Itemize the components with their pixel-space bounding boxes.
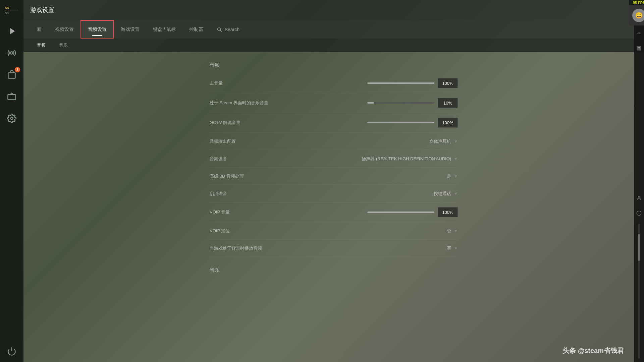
setting-audio-device: 音频设备 扬声器 (REALTEK HIGH DEFINITION AUDIO)… xyxy=(210,150,458,168)
avatar[interactable]: 😀 xyxy=(629,5,644,25)
left-sidebar: CS GO 3 xyxy=(0,0,23,362)
steam-music-control: 10% xyxy=(277,98,458,108)
setting-advanced-3d: 高级 3D 音频处理 是 ▼ xyxy=(210,168,458,185)
advanced-3d-label: 高级 3D 音频处理 xyxy=(210,173,277,179)
enable-voice-label: 启用语音 xyxy=(210,191,277,197)
advanced-3d-control: 是 ▼ xyxy=(277,173,458,179)
search-label: Search xyxy=(225,27,239,32)
master-volume-slider[interactable] xyxy=(367,82,434,84)
svg-marker-4 xyxy=(10,28,15,34)
sidebar-item-settings[interactable] xyxy=(0,107,23,129)
setting-master-volume: 主音量 100% xyxy=(210,73,458,93)
scrollbar-track[interactable] xyxy=(638,224,640,359)
master-volume-label: 主音量 xyxy=(210,80,277,86)
enable-voice-control: 按键通话 ▼ xyxy=(277,191,458,197)
tab-audio[interactable]: 音频设置 xyxy=(80,20,114,39)
watermark-text: 头条 @steam省钱君 xyxy=(562,346,624,355)
svg-point-10 xyxy=(217,27,220,31)
app-logo: CS GO xyxy=(0,0,23,20)
search-icon xyxy=(217,27,222,32)
audio-device-control: 扬声器 (REALTEK HIGH DEFINITION AUDIO) ▼ xyxy=(277,156,458,162)
voip-volume-value: 100% xyxy=(438,207,458,217)
voip-position-arrow-icon: ▼ xyxy=(454,229,458,233)
svg-text:GO: GO xyxy=(5,12,9,14)
audio-device-arrow-icon: ▼ xyxy=(454,157,458,161)
tab-new[interactable]: 新 xyxy=(30,20,48,39)
gotv-volume-value: 100% xyxy=(438,118,458,128)
background-audio-label: 当游戏处于背景时播放音频 xyxy=(210,245,277,251)
svg-point-8 xyxy=(11,117,13,119)
svg-line-11 xyxy=(220,31,222,32)
main-area: 游戏设置 新 视频设置 音频设置 游戏设置 键盘 / 鼠标 控制器 Search… xyxy=(23,0,644,362)
setting-background-audio: 当游戏处于背景时播放音频 否 ▼ xyxy=(210,240,458,257)
master-volume-fill xyxy=(367,82,434,84)
enable-voice-dropdown[interactable]: 按键通话 ▼ xyxy=(434,191,458,197)
audio-device-label: 音频设备 xyxy=(210,156,277,162)
voip-position-value: 否 xyxy=(447,228,451,234)
advanced-3d-dropdown[interactable]: 是 ▼ xyxy=(447,173,458,179)
master-volume-control: 100% xyxy=(277,78,458,88)
background-audio-arrow-icon: ▼ xyxy=(454,246,458,251)
scrollbar-thumb[interactable] xyxy=(638,234,640,261)
tab-controller[interactable]: 控制器 xyxy=(182,20,210,39)
background-audio-value: 否 xyxy=(447,245,451,251)
audio-output-value: 立体声耳机 xyxy=(429,138,451,144)
avatar-icon: 😀 xyxy=(632,9,644,22)
steam-music-label: 处于 Steam 界面时的音乐音量 xyxy=(210,100,277,106)
advanced-3d-arrow-icon: ▼ xyxy=(454,174,458,179)
gotv-volume-slider[interactable] xyxy=(367,122,434,123)
info-icon[interactable] xyxy=(634,205,644,221)
voip-position-label: VOIP 定位 xyxy=(210,228,277,234)
svg-text:?: ? xyxy=(638,47,640,50)
tab-keyboard[interactable]: 键盘 / 鼠标 xyxy=(146,20,182,39)
page-title: 游戏设置 xyxy=(30,6,54,14)
sidebar-item-play[interactable] xyxy=(0,20,23,42)
sidebar-item-tv[interactable] xyxy=(0,85,23,107)
svg-rect-6 xyxy=(8,73,15,78)
help-icon[interactable]: ? xyxy=(634,41,644,56)
setting-steam-music: 处于 Steam 界面时的音乐音量 10% xyxy=(210,93,458,113)
tab-video[interactable]: 视频设置 xyxy=(48,20,80,39)
settings-content: 音频 主音量 100% 处于 Steam 界面时的音乐音量 xyxy=(23,52,644,362)
gotv-volume-label: GOTV 解说音量 xyxy=(210,120,277,126)
setting-enable-voice: 启用语音 按键通话 ▼ xyxy=(210,185,458,202)
tab-game[interactable]: 游戏设置 xyxy=(114,20,146,39)
fps-counter: 95 FPS xyxy=(629,0,644,5)
search-button[interactable]: Search xyxy=(217,27,239,32)
sub-tab-audio[interactable]: 音频 xyxy=(30,39,52,52)
audio-device-value: 扬声器 (REALTEK HIGH DEFINITION AUDIO) xyxy=(362,156,451,162)
setting-gotv-volume: GOTV 解说音量 100% xyxy=(210,113,458,133)
background-audio-control: 否 ▼ xyxy=(277,245,458,251)
user-icon[interactable] xyxy=(634,190,644,205)
svg-point-16 xyxy=(638,196,640,198)
inventory-badge: 3 xyxy=(15,67,20,72)
svg-rect-7 xyxy=(8,95,15,100)
top-navigation: 新 视频设置 音频设置 游戏设置 键盘 / 鼠标 控制器 Search xyxy=(23,20,644,39)
steam-music-value: 10% xyxy=(438,98,458,108)
setting-voip-position: VOIP 定位 否 ▼ xyxy=(210,222,458,240)
audio-output-dropdown[interactable]: 立体声耳机 ▼ xyxy=(429,138,458,144)
master-volume-value: 100% xyxy=(438,78,458,88)
audio-settings-section: 音频 主音量 100% 处于 Steam 界面时的音乐音量 xyxy=(183,62,485,274)
voip-position-dropdown[interactable]: 否 ▼ xyxy=(447,228,458,234)
sub-tab-music[interactable]: 音乐 xyxy=(52,39,74,52)
audio-output-arrow-icon: ▼ xyxy=(454,139,458,144)
steam-music-slider[interactable] xyxy=(367,102,434,104)
chevron-up-icon[interactable] xyxy=(634,25,644,41)
music-section-title: 音乐 xyxy=(210,267,458,274)
right-sidebar: 95 FPS 😀 ? xyxy=(634,0,644,362)
voip-volume-fill xyxy=(367,212,434,213)
sidebar-item-broadcast[interactable] xyxy=(0,42,23,64)
gotv-volume-fill xyxy=(367,122,434,123)
audio-device-dropdown[interactable]: 扬声器 (REALTEK HIGH DEFINITION AUDIO) ▼ xyxy=(362,156,458,162)
sidebar-item-power[interactable] xyxy=(0,340,23,362)
sidebar-item-inventory[interactable]: 3 xyxy=(0,64,23,85)
background-audio-dropdown[interactable]: 否 ▼ xyxy=(447,245,458,251)
voip-volume-slider[interactable] xyxy=(367,212,434,213)
audio-section-title: 音频 xyxy=(210,62,458,68)
page-header: 游戏设置 xyxy=(23,0,644,20)
svg-text:CS: CS xyxy=(5,6,9,9)
sub-navigation: 音频 音乐 xyxy=(23,39,644,52)
steam-music-fill xyxy=(367,102,374,104)
svg-point-5 xyxy=(11,52,13,54)
